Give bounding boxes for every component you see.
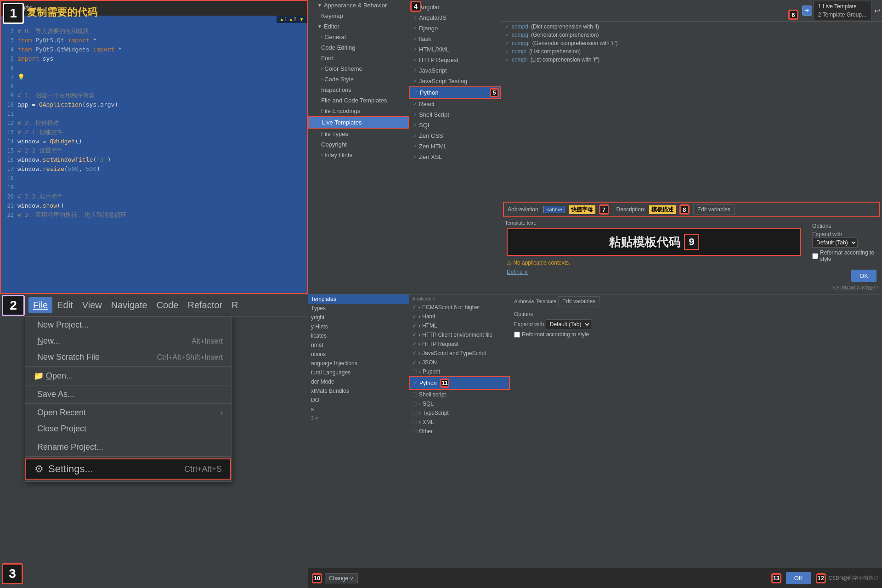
ctx-sidebar-duplicates[interactable]: licates — [308, 331, 409, 340]
group-jstesting[interactable]: ✓ JavaScript Testing — [409, 76, 501, 86]
group-js[interactable]: ✓ JavaScript — [409, 65, 501, 76]
group-zencss[interactable]: ✓ Zen CSS — [409, 130, 501, 141]
ctx-puppet[interactable]: ☐ › Puppet — [409, 367, 510, 376]
menu-code[interactable]: Code — [152, 297, 183, 313]
menu-navigate[interactable]: Navigate — [107, 297, 152, 313]
reformat-checkbox[interactable] — [812, 253, 818, 259]
group-shell[interactable]: ✓ Shell Script — [409, 109, 501, 120]
menu-refactor[interactable]: Refactor — [183, 297, 227, 313]
sidebar-code-style[interactable]: › Code Style — [308, 74, 409, 85]
menu-rename-project[interactable]: Rename Project... — [25, 439, 231, 455]
menu-settings[interactable]: ⚙ Settings... Ctrl+Alt+S — [25, 458, 231, 480]
edit-variables-btn-bottom[interactable]: Edit variables — [558, 296, 599, 306]
group-sql[interactable]: ✓ SQL — [409, 120, 501, 130]
ctx-sidebar-lang-inj[interactable]: anguage Injections — [308, 359, 409, 368]
ctx-html[interactable]: ✓ › HTML — [409, 321, 510, 330]
add-dropdown[interactable]: 1 Live Template 2 Template Group... — [813, 1, 871, 20]
group-htmlxml[interactable]: ✓ HTML/XML — [409, 44, 501, 55]
group-angularjs[interactable]: ✓ AngularJS — [409, 12, 501, 23]
ctx-xml[interactable]: ☐ › XML — [409, 418, 510, 427]
group-zenxsl[interactable]: ✓ Zen XSL — [409, 152, 501, 162]
sidebar-appearance[interactable]: ▼ Appearance & Behavior — [308, 0, 409, 11]
template-item[interactable]: ✓ compli (List comprehension with 'if') — [503, 56, 880, 64]
expand-select-bottom[interactable]: Default (Tab) — [546, 319, 591, 329]
ctx-sidebar-hints[interactable]: y Hints — [308, 322, 409, 331]
reformat-label[interactable]: Reformat according to style — [812, 249, 875, 262]
template-item[interactable]: ✓ compg (Generator comprehension) — [503, 31, 880, 39]
ctx-sidebar-natural[interactable]: tural Languages — [308, 368, 409, 377]
sidebar-font[interactable]: Font — [308, 53, 409, 63]
template-text-area[interactable]: 粘贴模板代码 9 — [507, 228, 801, 256]
ctx-sidebar-reader[interactable]: der Mode — [308, 377, 409, 386]
reformat-bottom-checkbox[interactable] — [514, 332, 520, 338]
sidebar-editor[interactable]: ▼ Editor — [308, 21, 409, 32]
sidebar-keymap[interactable]: Keymap — [308, 11, 409, 21]
sidebar-file-types[interactable]: File Types — [308, 129, 409, 139]
define-link[interactable]: Define ∨ — [507, 269, 528, 275]
settings-sidebar: ▼ Appearance & Behavior Keymap ▼ Editor … — [308, 0, 409, 294]
menu-new-scratch[interactable]: New Scratch FileCtrl+Alt+Shift+Insert — [25, 349, 231, 365]
ctx-sidebar-ntions[interactable]: ntions — [308, 350, 409, 359]
group-react[interactable]: ✓ React — [409, 99, 501, 109]
ctx-http-req[interactable]: ✓ › HTTP Request — [409, 339, 510, 349]
sidebar-file-encodings[interactable]: File Encodings — [308, 106, 409, 116]
add-template-group[interactable]: 2 Template Group... — [817, 11, 867, 19]
ctx-js-ts[interactable]: ✓ › JavaScript and TypeScript — [409, 349, 510, 358]
ctx-sidebar-todo[interactable]: DO — [308, 396, 409, 405]
group-flask[interactable]: ✓ flask — [409, 34, 501, 44]
menu-view[interactable]: View — [78, 297, 107, 313]
ctx-sql[interactable]: ☐ › SQL — [409, 399, 510, 408]
ctx-sidebar-types[interactable]: Types — [308, 304, 409, 313]
ctx-sidebar-textmate[interactable]: xtMate Bundles — [308, 386, 409, 396]
menu-new[interactable]: New...Alt+Insert — [25, 333, 231, 349]
ctx-python[interactable]: ✓ Python 11 — [409, 376, 510, 390]
change-button[interactable]: Change ∨ — [325, 573, 358, 583]
ctx-haml[interactable]: ✓ › Haml — [409, 312, 510, 321]
ctx-other[interactable]: ☐ Other — [409, 427, 510, 436]
menu-open-recent[interactable]: Open Recent› — [25, 405, 231, 421]
sidebar-code-editing[interactable]: Code Editing — [308, 42, 409, 53]
code-area[interactable]: 1 2# 0. 导入需要的包和模块 3from PyQt5.Qt import … — [1, 16, 307, 293]
sidebar-file-templates[interactable]: File and Code Templates — [308, 95, 409, 106]
menu-new-project[interactable]: New Project... — [25, 317, 231, 333]
ctx-sidebar-s[interactable]: s — [308, 405, 409, 414]
template-item[interactable]: ✓ compl (List comprehension) — [503, 47, 880, 56]
add-live-template[interactable]: 1 Live Template — [817, 2, 867, 11]
ok-button-top[interactable]: OK — [851, 270, 876, 282]
group-http[interactable]: ✓ HTTP Request — [409, 55, 501, 65]
sidebar-general[interactable]: › General — [308, 32, 409, 42]
ctx-sidebar-templates[interactable]: Templates — [308, 294, 409, 304]
menu-r[interactable]: R — [227, 297, 243, 313]
menu-edit[interactable]: Edit — [52, 297, 77, 313]
group-zenhtml[interactable]: ✓ Zen HTML — [409, 141, 501, 152]
sidebar-inlay-hints[interactable]: › Inlay Hints — [308, 150, 409, 160]
menu-close-project[interactable]: Close Project — [25, 421, 231, 437]
reformat-bottom-label[interactable]: Reformat according to style — [514, 331, 878, 338]
group-angular[interactable]: ✓ Angular — [409, 2, 501, 12]
ctx-sidebar-nmet[interactable]: nmet — [308, 340, 409, 350]
template-item[interactable]: ✓ compgi (Generator comprehension with '… — [503, 39, 880, 47]
ok-button-bottom[interactable]: OK — [786, 572, 811, 584]
ctx-shell[interactable]: ☐ Shell script — [409, 390, 510, 399]
code-line: 22# 3. 应用程序的执行. 进入到消息循环 — [1, 210, 307, 220]
group-django[interactable]: ✓ Django — [409, 23, 501, 34]
ctx-json[interactable]: ✓ › JSON — [409, 358, 510, 367]
menu-save-as[interactable]: Save As... — [25, 386, 231, 402]
expand-select[interactable]: Default (Tab) — [812, 237, 858, 248]
menu-file[interactable]: File — [28, 297, 52, 313]
add-template-btn[interactable]: + — [802, 6, 812, 16]
group-python[interactable]: ✓ Python 5 — [409, 86, 501, 99]
menu-open[interactable]: 📁 Open... — [25, 368, 231, 384]
sidebar-live-templates[interactable]: Live Templates — [308, 116, 409, 129]
sidebar-color-scheme[interactable]: › Color Scheme — [308, 63, 409, 74]
sidebar-copyright[interactable]: Copyright — [308, 139, 409, 150]
ctx-sidebar-copyright[interactable]: yright — [308, 313, 409, 322]
ctx-typescript[interactable]: ☐ › TypeScript — [409, 408, 510, 418]
ctx-ecma6[interactable]: ✓ › ECMAScript 6 or higher — [409, 303, 510, 312]
separator — [25, 385, 231, 385]
template-item[interactable]: ✓ compd (Dict comprehension with if) — [503, 23, 880, 31]
edit-variables-btn[interactable]: Edit variables — [693, 204, 735, 215]
undo-btn[interactable]: ↩ — [874, 6, 880, 15]
ctx-http-env[interactable]: ✓ › HTTP Client environment file — [409, 330, 510, 339]
sidebar-inspections[interactable]: Inspections — [308, 85, 409, 95]
